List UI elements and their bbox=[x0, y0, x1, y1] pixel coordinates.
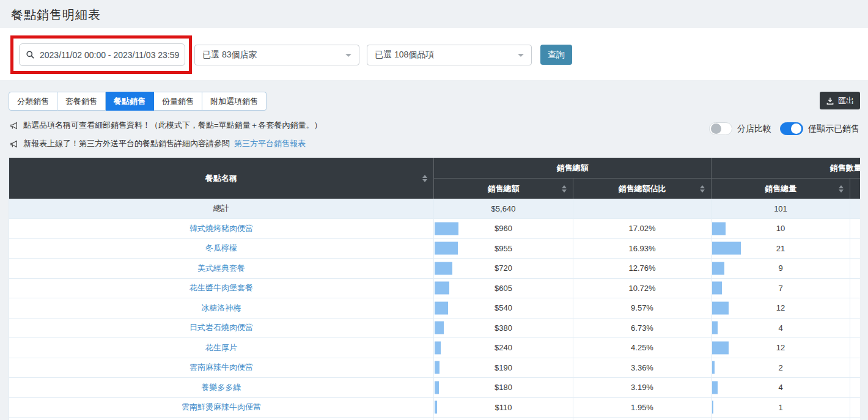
amount-pct-value: 6.73% bbox=[631, 323, 653, 333]
sort-icon[interactable] bbox=[562, 185, 567, 193]
qty-value: 9 bbox=[778, 263, 782, 273]
report-tabs: 分類銷售套餐銷售餐點銷售份量銷售附加選項銷售 bbox=[9, 92, 267, 111]
amount-pct-value: 12.76% bbox=[628, 263, 655, 273]
megaphone-icon bbox=[10, 139, 19, 149]
table-header: 餐點名稱 銷售總額 銷售數量 銷售總額 銷售總額佔比 銷售總量 bbox=[9, 158, 860, 199]
column-group-sales-quantity: 銷售數量 bbox=[712, 158, 860, 179]
amount-value: $380 bbox=[495, 323, 512, 333]
toggle-knob bbox=[791, 123, 801, 134]
amount-value: $240 bbox=[495, 343, 512, 352]
dish-name-link[interactable]: 韓式燒烤豬肉便當 bbox=[189, 223, 253, 234]
qty-bar bbox=[712, 282, 722, 295]
download-icon bbox=[826, 97, 834, 105]
total-label: 總計 bbox=[9, 199, 434, 219]
dish-name-link[interactable]: 冰糖洛神梅 bbox=[202, 303, 241, 314]
amount-bar bbox=[435, 381, 439, 394]
dish-name-link[interactable]: 日式岩石燒肉便當 bbox=[189, 322, 253, 333]
qty-value: 4 bbox=[778, 383, 782, 392]
table-row: 雲南麻辣牛肉便當 $190 3.36% 2 bbox=[9, 358, 860, 378]
column-header-qty-total[interactable]: 銷售總量 bbox=[712, 179, 850, 199]
megaphone-icon bbox=[10, 121, 19, 130]
amount-pct-value: 9.57% bbox=[631, 303, 653, 312]
dish-name-link[interactable]: 養樂多多綠 bbox=[202, 382, 241, 393]
qty-bar bbox=[712, 341, 729, 354]
branch-compare-toggle-group: 分店比較 bbox=[709, 122, 771, 135]
sort-icon[interactable] bbox=[422, 175, 427, 182]
stores-select[interactable]: 已選 83個店家 bbox=[194, 45, 359, 65]
qty-bar bbox=[712, 401, 713, 414]
qty-value: 10 bbox=[776, 224, 785, 233]
display-toggles: 分店比較 僅顯示已銷售 bbox=[709, 122, 859, 135]
column-header-clipped bbox=[850, 179, 860, 199]
total-amount: $5,640 bbox=[434, 199, 573, 219]
qty-value: 7 bbox=[778, 284, 782, 293]
sort-icon[interactable] bbox=[700, 185, 705, 193]
tab-分類銷售[interactable]: 分類銷售 bbox=[9, 92, 57, 111]
notice-line-2: 新報表上線了！第三方外送平台的餐點銷售詳細內容請參閱第三方平台銷售報表 bbox=[10, 138, 306, 149]
qty-bar bbox=[712, 361, 715, 374]
qty-bar bbox=[712, 222, 726, 235]
qty-bar bbox=[712, 242, 741, 255]
column-header-meal-name[interactable]: 餐點名稱 bbox=[9, 158, 434, 199]
table-row: 韓式燒烤豬肉便當 $960 17.02% 10 bbox=[9, 219, 860, 239]
filter-bar: 2023/11/02 00:00 - 2023/11/03 23:59 已選 8… bbox=[0, 28, 868, 80]
amount-bar bbox=[435, 222, 458, 235]
tab-份量銷售[interactable]: 份量銷售 bbox=[154, 92, 202, 111]
amount-value: $955 bbox=[495, 244, 512, 253]
date-range-input[interactable]: 2023/11/02 00:00 - 2023/11/03 23:59 bbox=[19, 43, 185, 66]
dish-name-link[interactable]: 美式經典套餐 bbox=[197, 263, 245, 274]
column-header-amount[interactable]: 銷售總額 bbox=[434, 179, 573, 199]
third-party-report-link[interactable]: 第三方平台銷售報表 bbox=[234, 138, 306, 149]
tab-附加選項銷售[interactable]: 附加選項銷售 bbox=[202, 92, 267, 111]
date-range-value: 2023/11/02 00:00 - 2023/11/03 23:59 bbox=[40, 50, 179, 60]
qty-value: 1 bbox=[778, 403, 782, 412]
dish-name-link[interactable]: 花生厚片 bbox=[205, 342, 237, 353]
amount-value: $960 bbox=[495, 224, 512, 233]
branch-compare-toggle[interactable] bbox=[709, 122, 732, 135]
search-icon bbox=[26, 50, 35, 59]
amount-value: $720 bbox=[495, 263, 512, 273]
chevron-down-icon bbox=[345, 54, 351, 57]
dish-name-link[interactable]: 冬瓜檸檬 bbox=[205, 243, 237, 254]
table-row: 雲南鮮燙麻辣牛肉便當 $110 1.95% 1 bbox=[9, 398, 860, 418]
tab-套餐銷售[interactable]: 套餐銷售 bbox=[57, 92, 106, 111]
sales-table: 餐點名稱 銷售總額 銷售數量 銷售總額 銷售總額佔比 銷售總量 bbox=[9, 158, 860, 420]
qty-bar bbox=[712, 301, 729, 314]
only-sold-toggle[interactable] bbox=[780, 122, 803, 135]
dish-name-link[interactable]: 花生醬牛肉堡套餐 bbox=[189, 282, 253, 293]
amount-pct-value: 17.02% bbox=[628, 224, 655, 233]
dish-name-link[interactable]: 雲南麻辣牛肉便當 bbox=[189, 362, 253, 373]
page-title: 餐點銷售明細表 bbox=[11, 7, 101, 23]
dish-name-link[interactable]: 雲南鮮燙麻辣牛肉便當 bbox=[182, 402, 261, 413]
amount-value: $605 bbox=[495, 284, 512, 293]
amount-bar bbox=[435, 262, 452, 274]
qty-bar bbox=[712, 262, 724, 274]
items-select-value: 已選 108個品項 bbox=[375, 50, 434, 61]
amount-bar bbox=[435, 341, 441, 354]
export-button[interactable]: 匯出 bbox=[820, 92, 860, 109]
qty-value: 21 bbox=[776, 244, 785, 253]
amount-value: $540 bbox=[495, 303, 512, 312]
column-header-amount-pct[interactable]: 銷售總額佔比 bbox=[573, 179, 712, 199]
amount-value: $180 bbox=[495, 383, 512, 392]
tab-餐點銷售[interactable]: 餐點銷售 bbox=[106, 92, 154, 111]
amount-bar bbox=[435, 322, 444, 334]
chevron-down-icon bbox=[518, 54, 524, 57]
table-row: 冬瓜檸檬 $955 16.93% 21 bbox=[9, 239, 860, 259]
amount-pct-value: 3.19% bbox=[631, 383, 653, 392]
amount-pct-value: 10.72% bbox=[628, 284, 655, 293]
table-row-partial bbox=[9, 418, 860, 420]
amount-bar bbox=[435, 361, 440, 374]
column-group-sales-amount: 銷售總額 bbox=[434, 158, 712, 179]
amount-bar bbox=[435, 401, 437, 414]
amount-value: $110 bbox=[495, 403, 512, 412]
items-select[interactable]: 已選 108個品項 bbox=[367, 45, 532, 65]
amount-bar bbox=[435, 242, 458, 255]
query-button[interactable]: 查詢 bbox=[540, 45, 572, 65]
table-row: 冰糖洛神梅 $540 9.57% 12 bbox=[9, 298, 860, 319]
amount-pct-value: 1.95% bbox=[631, 403, 653, 412]
sort-icon[interactable] bbox=[839, 185, 844, 193]
qty-bar bbox=[712, 322, 718, 334]
qty-value: 2 bbox=[778, 363, 782, 372]
amount-pct-value: 16.93% bbox=[628, 244, 655, 253]
